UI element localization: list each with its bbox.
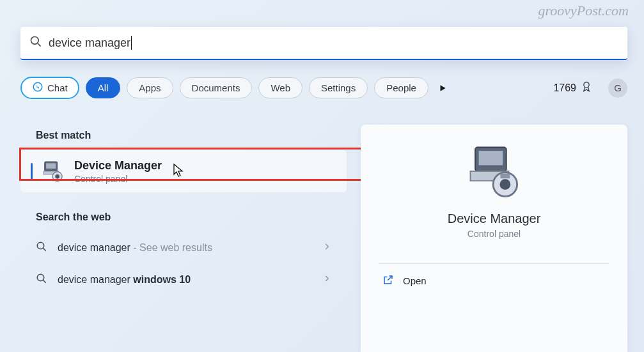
open-action[interactable]: Open bbox=[361, 264, 627, 298]
svg-line-12 bbox=[43, 280, 46, 283]
web-result-label: device manager windows 10 bbox=[58, 274, 322, 286]
rewards-medal-icon bbox=[580, 80, 593, 96]
svg-rect-14 bbox=[478, 151, 503, 165]
results-panel: Best match Device Manager Control panel bbox=[20, 125, 347, 296]
search-icon bbox=[36, 273, 47, 287]
svg-rect-18 bbox=[500, 174, 510, 179]
chevron-right-icon bbox=[322, 242, 331, 254]
svg-rect-5 bbox=[46, 164, 56, 169]
text-caret bbox=[131, 36, 132, 50]
svg-line-1 bbox=[38, 43, 41, 47]
search-web-heading: Search the web bbox=[20, 206, 347, 232]
web-result-0[interactable]: device manager - See web results bbox=[20, 232, 347, 264]
open-external-icon bbox=[382, 274, 394, 287]
svg-point-9 bbox=[37, 242, 44, 249]
filter-chat[interactable]: Chat bbox=[20, 77, 79, 99]
filter-chat-label: Chat bbox=[47, 82, 68, 93]
rewards-value: 1769 bbox=[553, 82, 576, 94]
result-subtitle: Control panel bbox=[74, 174, 162, 184]
filter-people[interactable]: People bbox=[374, 77, 428, 98]
rewards-points[interactable]: 1769 bbox=[553, 80, 593, 96]
open-label: Open bbox=[403, 275, 427, 286]
details-subtitle: Control panel bbox=[361, 229, 627, 239]
svg-point-17 bbox=[499, 179, 510, 190]
watermark-text: groovyPost.com bbox=[538, 3, 629, 19]
cursor-icon bbox=[173, 163, 185, 181]
device-manager-icon bbox=[40, 158, 67, 185]
search-icon bbox=[29, 35, 42, 50]
more-filters-arrow-icon[interactable] bbox=[435, 80, 450, 96]
search-icon bbox=[36, 241, 47, 255]
svg-point-0 bbox=[31, 37, 39, 45]
web-result-1[interactable]: device manager windows 10 bbox=[20, 264, 347, 296]
selection-accent bbox=[31, 163, 33, 180]
svg-point-8 bbox=[55, 174, 59, 179]
avatar-initial: G bbox=[614, 82, 622, 93]
chevron-right-icon bbox=[322, 274, 331, 286]
user-avatar[interactable]: G bbox=[608, 79, 627, 98]
web-result-label: device manager - See web results bbox=[58, 242, 322, 254]
bing-chat-icon bbox=[32, 81, 43, 95]
filter-settings[interactable]: Settings bbox=[309, 77, 368, 98]
svg-point-2 bbox=[33, 82, 42, 91]
details-title: Device Manager bbox=[361, 211, 627, 226]
details-panel: Device Manager Control panel Open bbox=[361, 125, 627, 352]
svg-point-11 bbox=[37, 274, 44, 281]
result-title: Device Manager bbox=[74, 159, 162, 172]
filter-row: Chat All Apps Documents Web Settings Peo… bbox=[20, 77, 627, 99]
best-match-heading: Best match bbox=[20, 125, 347, 150]
device-manager-large-icon bbox=[361, 142, 627, 200]
svg-line-10 bbox=[43, 249, 46, 251]
filter-all[interactable]: All bbox=[86, 77, 121, 98]
svg-point-3 bbox=[584, 82, 589, 87]
filter-documents[interactable]: Documents bbox=[180, 77, 253, 98]
filter-web[interactable]: Web bbox=[258, 77, 302, 98]
search-input[interactable]: device manager bbox=[49, 36, 132, 50]
filter-apps[interactable]: Apps bbox=[127, 77, 173, 98]
search-bar[interactable]: device manager bbox=[20, 27, 627, 60]
